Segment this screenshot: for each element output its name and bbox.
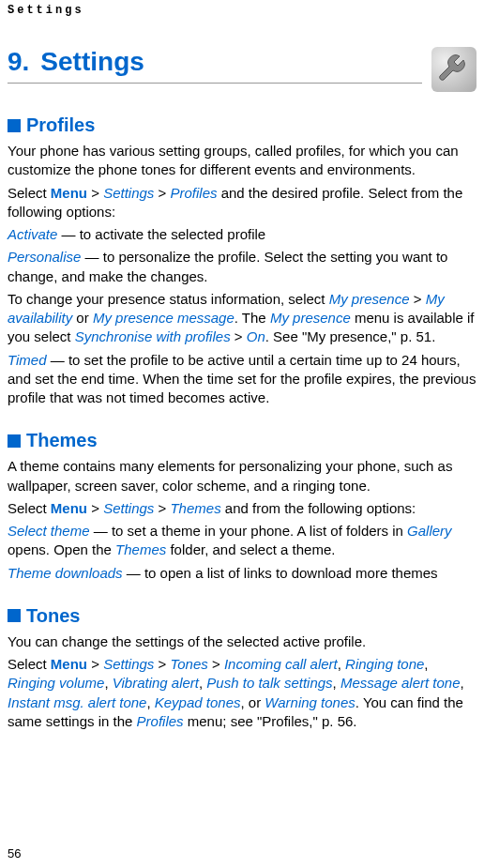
wrench-icon — [431, 47, 476, 92]
section-bullet-icon — [8, 434, 21, 448]
my-presence-message-term: My presence message — [93, 310, 234, 326]
tones-intro: You can change the settings of the selec… — [8, 632, 476, 651]
my-presence-term-2: My presence — [270, 310, 351, 326]
section-themes-title: Themes — [26, 430, 98, 451]
keypad-term: Keypad tones — [155, 694, 241, 710]
profiles-nav: Select Menu > Settings > Profiles and th… — [8, 184, 476, 222]
menu-link: Menu — [51, 656, 87, 672]
on-term: On — [247, 328, 265, 344]
vibrating-term: Vibrating alert — [113, 675, 199, 691]
themes-folder-term: Themes — [115, 541, 166, 557]
profiles-link: Profiles — [170, 185, 217, 201]
ringing-tone-term: Ringing tone — [345, 656, 424, 672]
gallery-term: Gallery — [407, 523, 452, 539]
themes-nav: Select Menu > Settings > Themes and from… — [8, 499, 476, 518]
presence-para: To change your presence status informati… — [8, 290, 476, 347]
section-heading-tones: Tones — [8, 605, 476, 627]
sync-term: Synchronise with profiles — [75, 328, 231, 344]
chapter-title-row: 9.Settings — [8, 47, 476, 92]
chapter-title-text: Settings — [40, 47, 144, 76]
themes-link: Themes — [170, 500, 220, 516]
settings-link: Settings — [103, 656, 154, 672]
section-bullet-icon — [8, 609, 21, 622]
content-area: 9.Settings Profiles Your phone has vario… — [0, 47, 484, 731]
select-theme-option: Select theme — to set a theme in your ph… — [8, 522, 476, 560]
section-heading-themes: Themes — [8, 430, 476, 451]
page-header: Settings — [0, 0, 484, 21]
menu-link: Menu — [51, 500, 87, 516]
tones-nav: Select Menu > Settings > Tones > Incomin… — [8, 655, 476, 731]
chapter-number: 9. — [8, 47, 29, 76]
section-profiles-title: Profiles — [26, 114, 95, 136]
menu-link: Menu — [51, 185, 87, 201]
themes-intro: A theme contains many elements for perso… — [8, 457, 476, 495]
warning-term: Warning tones — [265, 694, 355, 710]
settings-link: Settings — [103, 500, 154, 516]
theme-downloads-term: Theme downloads — [8, 565, 123, 581]
tones-link: Tones — [170, 656, 207, 672]
activate-term: Activate — [8, 226, 57, 242]
page-number: 56 — [8, 846, 21, 860]
select-theme-term: Select theme — [8, 523, 90, 539]
push-term: Push to talk settings — [206, 675, 332, 691]
settings-link: Settings — [103, 185, 154, 201]
theme-downloads-option: Theme downloads — to open a list of link… — [8, 564, 476, 583]
timed-option: Timed — to set the profile to be active … — [8, 351, 476, 408]
profiles-menu-term: Profiles — [137, 713, 184, 729]
instant-term: Instant msg. alert tone — [8, 694, 146, 710]
profiles-intro: Your phone has various setting groups, c… — [8, 142, 476, 180]
activate-option: Activate — to activate the selected prof… — [8, 225, 476, 244]
personalise-option: Personalise — to personalize the profile… — [8, 248, 476, 286]
message-alert-term: Message alert tone — [340, 675, 461, 691]
section-heading-profiles: Profiles — [8, 114, 476, 136]
personalise-term: Personalise — [8, 249, 81, 265]
incoming-term: Incoming call alert — [224, 656, 338, 672]
section-tones-title: Tones — [26, 605, 80, 627]
chapter-title: 9.Settings — [8, 47, 422, 84]
ringing-volume-term: Ringing volume — [8, 675, 104, 691]
section-bullet-icon — [8, 119, 21, 132]
my-presence-term: My presence — [329, 291, 410, 307]
timed-term: Timed — [8, 352, 47, 368]
